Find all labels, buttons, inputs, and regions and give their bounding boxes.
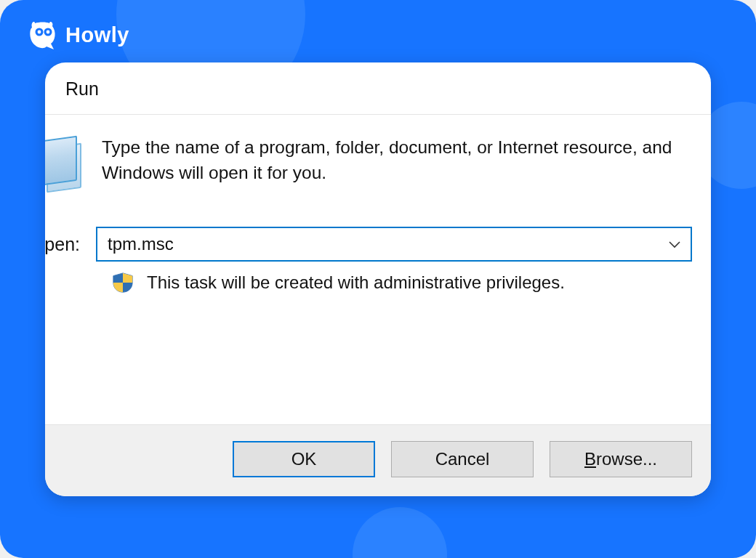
svg-point-2	[38, 31, 41, 34]
admin-note: This task will be created with administr…	[147, 272, 565, 293]
browse-button[interactable]: Browse...	[550, 441, 692, 477]
shield-icon	[112, 272, 134, 294]
svg-point-3	[47, 31, 50, 34]
open-input[interactable]	[108, 234, 662, 254]
dialog-message: Type the name of a program, folder, docu…	[102, 135, 691, 186]
owl-icon	[29, 20, 58, 49]
run-icon	[45, 138, 84, 196]
brand-name: Howly	[65, 23, 129, 47]
background: Howly Run Type the name of a program, fo…	[0, 0, 756, 558]
run-dialog: Run Type the name of a program, folder, …	[45, 62, 711, 496]
button-bar: OK Cancel Browse...	[45, 424, 711, 496]
open-input-wrapper[interactable]	[96, 227, 692, 262]
dialog-title: Run	[45, 62, 711, 115]
open-label: pen:	[45, 234, 80, 255]
ok-button[interactable]: OK	[233, 441, 375, 477]
cancel-button[interactable]: Cancel	[391, 441, 534, 477]
brand-logo: Howly	[29, 20, 129, 49]
chevron-down-icon[interactable]	[662, 237, 680, 252]
